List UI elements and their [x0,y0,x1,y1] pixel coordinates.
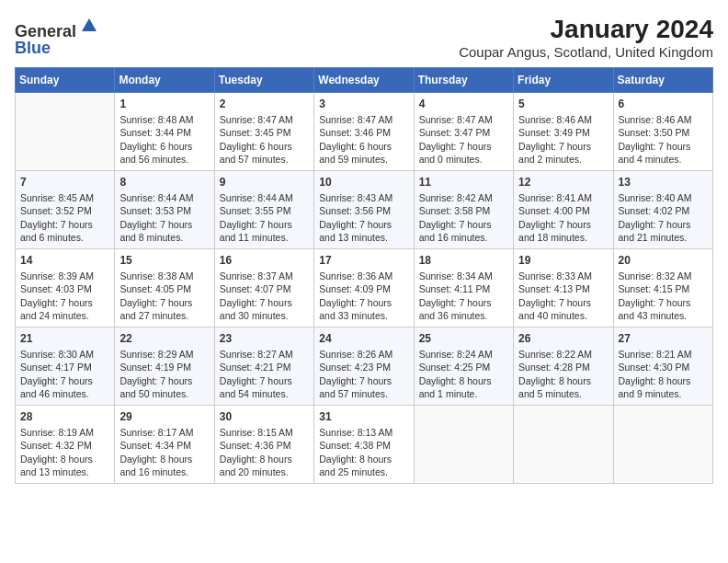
day-number: 1 [119,97,209,111]
table-row: 28Sunrise: 8:19 AMSunset: 4:32 PMDayligh… [16,406,115,484]
table-row: 16Sunrise: 8:37 AMSunset: 4:07 PMDayligh… [214,249,313,327]
day-info: Sunrise: 8:21 AMSunset: 4:30 PMDaylight:… [619,348,708,400]
col-monday: Monday [115,68,214,93]
col-tuesday: Tuesday [214,68,313,93]
table-row: 4Sunrise: 8:47 AMSunset: 3:47 PMDaylight… [414,93,513,171]
table-row: 10Sunrise: 8:43 AMSunset: 3:56 PMDayligh… [314,171,414,249]
calendar-table: Sunday Monday Tuesday Wednesday Thursday… [15,67,713,484]
day-number: 19 [518,253,608,268]
logo-blue: Blue [15,39,51,57]
col-friday: Friday [514,68,613,93]
day-number: 31 [319,409,408,424]
table-row [613,406,712,484]
col-sunday: Sunday [16,68,115,93]
day-number: 18 [419,253,508,268]
day-number: 27 [619,331,708,346]
day-number: 24 [319,331,408,346]
day-info: Sunrise: 8:29 AMSunset: 4:19 PMDaylight:… [119,348,209,400]
day-info: Sunrise: 8:24 AMSunset: 4:25 PMDaylight:… [419,348,508,400]
page-title: January 2024 [459,15,713,44]
day-info: Sunrise: 8:41 AMSunset: 4:00 PMDaylight:… [518,191,608,244]
day-number: 26 [518,331,608,346]
day-number: 28 [20,409,109,424]
day-info: Sunrise: 8:15 AMSunset: 4:36 PMDaylight:… [220,426,309,478]
table-row: 19Sunrise: 8:33 AMSunset: 4:13 PMDayligh… [514,249,613,327]
day-number: 16 [220,253,309,268]
day-number: 7 [20,175,109,190]
page-subtitle: Coupar Angus, Scotland, United Kingdom [459,44,713,60]
table-row: 17Sunrise: 8:36 AMSunset: 4:09 PMDayligh… [314,249,414,327]
day-info: Sunrise: 8:30 AMSunset: 4:17 PMDaylight:… [20,348,109,400]
col-saturday: Saturday [613,68,712,93]
table-row: 29Sunrise: 8:17 AMSunset: 4:34 PMDayligh… [115,406,214,484]
table-row: 25Sunrise: 8:24 AMSunset: 4:25 PMDayligh… [414,327,513,406]
day-number: 25 [419,331,508,346]
table-row: 24Sunrise: 8:26 AMSunset: 4:23 PMDayligh… [314,327,414,406]
day-info: Sunrise: 8:19 AMSunset: 4:32 PMDaylight:… [20,426,109,478]
calendar-week-row: 21Sunrise: 8:30 AMSunset: 4:17 PMDayligh… [16,327,713,406]
svg-marker-0 [82,18,97,31]
table-row: 20Sunrise: 8:32 AMSunset: 4:15 PMDayligh… [613,249,712,327]
day-number: 3 [319,97,408,111]
day-info: Sunrise: 8:42 AMSunset: 3:58 PMDaylight:… [419,191,508,244]
calendar-week-row: 14Sunrise: 8:39 AMSunset: 4:03 PMDayligh… [16,249,713,327]
day-number: 14 [20,253,109,268]
page-header: General Blue January 2024 Coupar Angus, … [15,15,713,60]
table-row: 23Sunrise: 8:27 AMSunset: 4:21 PMDayligh… [214,327,313,406]
day-number: 10 [319,175,408,190]
col-thursday: Thursday [414,68,513,93]
day-number: 13 [619,175,708,190]
day-info: Sunrise: 8:37 AMSunset: 4:07 PMDaylight:… [220,270,309,322]
day-info: Sunrise: 8:27 AMSunset: 4:21 PMDaylight:… [220,348,309,400]
table-row: 6Sunrise: 8:46 AMSunset: 3:50 PMDaylight… [613,93,712,171]
table-row: 12Sunrise: 8:41 AMSunset: 4:00 PMDayligh… [514,171,613,249]
day-number: 17 [319,253,408,268]
day-number: 20 [619,253,708,268]
table-row: 18Sunrise: 8:34 AMSunset: 4:11 PMDayligh… [414,249,513,327]
day-info: Sunrise: 8:47 AMSunset: 3:45 PMDaylight:… [220,113,309,166]
day-info: Sunrise: 8:44 AMSunset: 3:53 PMDaylight:… [119,191,209,244]
table-row: 3Sunrise: 8:47 AMSunset: 3:46 PMDaylight… [314,93,414,171]
table-row: 13Sunrise: 8:40 AMSunset: 4:02 PMDayligh… [613,171,712,249]
day-number: 15 [119,253,209,268]
day-info: Sunrise: 8:22 AMSunset: 4:28 PMDaylight:… [518,348,608,400]
day-number: 21 [20,331,109,346]
table-row: 2Sunrise: 8:47 AMSunset: 3:45 PMDaylight… [214,93,313,171]
day-info: Sunrise: 8:44 AMSunset: 3:55 PMDaylight:… [220,191,309,244]
day-number: 2 [220,97,309,111]
table-row: 9Sunrise: 8:44 AMSunset: 3:55 PMDaylight… [214,171,313,249]
day-info: Sunrise: 8:40 AMSunset: 4:02 PMDaylight:… [619,191,708,244]
table-row: 8Sunrise: 8:44 AMSunset: 3:53 PMDaylight… [115,171,214,249]
day-info: Sunrise: 8:13 AMSunset: 4:38 PMDaylight:… [319,426,408,478]
day-info: Sunrise: 8:32 AMSunset: 4:15 PMDaylight:… [619,270,708,322]
day-number: 9 [220,175,309,190]
day-info: Sunrise: 8:43 AMSunset: 3:56 PMDaylight:… [319,191,408,244]
logo: General Blue [15,15,100,58]
calendar-header-row: Sunday Monday Tuesday Wednesday Thursday… [16,68,713,93]
day-info: Sunrise: 8:48 AMSunset: 3:44 PMDaylight:… [119,113,209,166]
day-info: Sunrise: 8:45 AMSunset: 3:52 PMDaylight:… [20,191,109,244]
day-info: Sunrise: 8:26 AMSunset: 4:23 PMDaylight:… [319,348,408,400]
table-row: 7Sunrise: 8:45 AMSunset: 3:52 PMDaylight… [16,171,115,249]
table-row: 1Sunrise: 8:48 AMSunset: 3:44 PMDaylight… [115,93,214,171]
day-number: 11 [419,175,508,190]
table-row: 14Sunrise: 8:39 AMSunset: 4:03 PMDayligh… [16,249,115,327]
day-number: 8 [119,175,209,190]
day-info: Sunrise: 8:17 AMSunset: 4:34 PMDaylight:… [119,426,209,478]
table-row: 21Sunrise: 8:30 AMSunset: 4:17 PMDayligh… [16,327,115,406]
table-row: 31Sunrise: 8:13 AMSunset: 4:38 PMDayligh… [314,406,414,484]
table-row: 22Sunrise: 8:29 AMSunset: 4:19 PMDayligh… [115,327,214,406]
day-info: Sunrise: 8:46 AMSunset: 3:49 PMDaylight:… [518,113,608,166]
day-number: 6 [619,97,708,111]
table-row: 26Sunrise: 8:22 AMSunset: 4:28 PMDayligh… [514,327,613,406]
day-info: Sunrise: 8:34 AMSunset: 4:11 PMDaylight:… [419,270,508,322]
day-info: Sunrise: 8:38 AMSunset: 4:05 PMDaylight:… [119,270,209,322]
table-row [16,93,115,171]
table-row: 5Sunrise: 8:46 AMSunset: 3:49 PMDaylight… [514,93,613,171]
day-info: Sunrise: 8:47 AMSunset: 3:46 PMDaylight:… [319,113,408,166]
table-row: 15Sunrise: 8:38 AMSunset: 4:05 PMDayligh… [115,249,214,327]
day-number: 22 [119,331,209,346]
day-number: 29 [119,409,209,424]
day-number: 12 [518,175,608,190]
day-number: 23 [220,331,309,346]
